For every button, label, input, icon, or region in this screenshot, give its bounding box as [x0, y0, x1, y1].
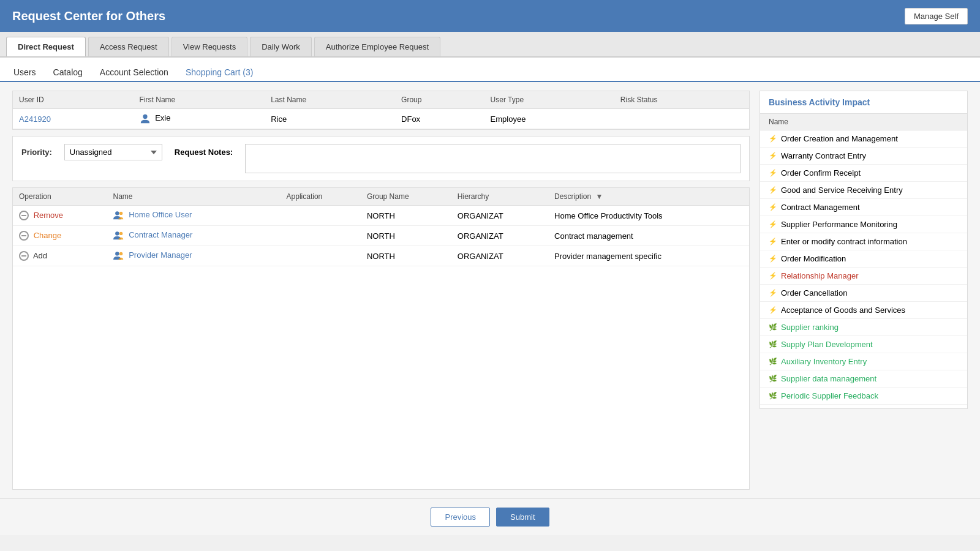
description-cell: Provider management specific — [548, 246, 749, 266]
role-link[interactable]: Provider Manager — [129, 250, 192, 260]
col-description: Description ▼ — [548, 188, 749, 206]
col-group: Group — [395, 91, 484, 109]
previous-button[interactable]: Previous — [431, 508, 490, 527]
app-title: Request Center for Others — [12, 9, 165, 23]
col-group-name: Group Name — [361, 188, 451, 206]
bai-item-label: Order Confirm Receipt — [781, 168, 861, 178]
operations-table: Operation Name Application Group Name Hi… — [12, 187, 750, 490]
first-name-cell: Exie — [134, 109, 265, 129]
request-notes-label: Request Notes: — [175, 144, 233, 157]
minus-circle-icon — [19, 211, 29, 220]
group-name-cell: NORTH — [361, 226, 451, 246]
list-item[interactable]: ⚡Order Creation and Management — [760, 130, 967, 148]
tab-view-requests[interactable]: View Requests — [172, 37, 247, 56]
list-item[interactable]: 🌿Supplier ranking — [760, 319, 967, 336]
list-item[interactable]: ⚡Order Confirm Receipt — [760, 165, 967, 182]
list-item[interactable]: ⚡Order Cancellation — [760, 285, 967, 302]
list-item[interactable]: ⚡Contract Management — [760, 199, 967, 216]
bai-item-label: Enter or modify contract information — [781, 237, 907, 246]
operation-cell: Remove — [13, 206, 107, 226]
role-icon — [113, 210, 124, 221]
app-header: Request Center for Others Manage Self — [0, 0, 980, 32]
svg-point-3 — [115, 231, 119, 235]
bai-item-label: Acceptance of Goods and Services — [781, 305, 905, 315]
description-cell: Contract management — [548, 226, 749, 246]
col-user-id: User ID — [13, 91, 134, 109]
list-item[interactable]: ⚡Order Modification — [760, 250, 967, 268]
col-hierarchy: Hierarchy — [451, 188, 548, 206]
role-cell: Provider Manager — [107, 246, 260, 266]
sub-tab-users[interactable]: Users — [12, 64, 37, 82]
bai-item-label: Supplier data management — [781, 374, 876, 383]
svg-point-5 — [115, 252, 119, 255]
list-item[interactable]: ⚡Warranty Contract Entry — [760, 148, 967, 165]
leaf-icon: ⚡ — [769, 272, 777, 280]
main-content: User ID First Name Last Name Group User … — [0, 82, 980, 498]
first-name-value: Exie — [155, 113, 170, 122]
add-link[interactable]: Add — [33, 251, 47, 260]
list-item[interactable]: ⚡Good and Service Receiving Entry — [760, 182, 967, 199]
list-item[interactable]: 🌿Supply Plan Development — [760, 336, 967, 353]
list-item[interactable]: 🌿Auxiliary Inventory Entry — [760, 353, 967, 370]
bai-item-label: Good and Service Receiving Entry — [781, 186, 903, 195]
leaf-icon: ⚡ — [769, 186, 777, 194]
main-tabs: Direct Request Access Request View Reque… — [0, 32, 980, 58]
col-application: Application — [281, 188, 361, 206]
remove-link[interactable]: Remove — [34, 211, 63, 220]
role-link[interactable]: Home Office User — [129, 210, 192, 219]
svg-point-1 — [115, 211, 119, 215]
list-item[interactable]: ⚡Relationship Manager — [760, 268, 967, 285]
person-icon — [140, 113, 151, 124]
list-item[interactable]: ⚡Acceptance of Goods and Services — [760, 302, 967, 319]
leaf-icon: ⚡ — [769, 220, 777, 228]
bai-item-label: Supplier Performance Monitoring — [781, 220, 897, 229]
svg-point-4 — [119, 232, 122, 235]
leaf-icon: ⚡ — [769, 135, 777, 143]
app-cell — [281, 246, 361, 266]
list-item[interactable]: 🌿Periodic Supplier Feedback — [760, 388, 967, 405]
leaf-icon: 🌿 — [769, 340, 777, 348]
tab-direct-request[interactable]: Direct Request — [6, 37, 86, 56]
svg-point-0 — [143, 114, 147, 119]
submit-button[interactable]: Submit — [496, 508, 549, 527]
tab-access-request[interactable]: Access Request — [88, 37, 169, 56]
bai-item-label: Relationship Manager — [781, 271, 858, 280]
minus-circle-icon — [19, 231, 29, 241]
hierarchy-cell: ORGANIZAT — [451, 226, 548, 246]
bai-items-list: ⚡Order Creation and Management⚡Warranty … — [760, 130, 967, 405]
tab-authorize-employee[interactable]: Authorize Employee Request — [314, 37, 440, 56]
operation-cell: Change — [13, 226, 107, 246]
svg-point-6 — [119, 252, 122, 255]
table-row: A241920 Exie Rice DFox Employee — [13, 109, 749, 129]
role-icon — [113, 250, 124, 261]
col-user-type: User Type — [484, 91, 614, 109]
col-last-name: Last Name — [265, 91, 395, 109]
group-name-cell: NORTH — [361, 206, 451, 226]
sub-tab-catalog[interactable]: Catalog — [52, 64, 84, 82]
sub-tab-account-selection[interactable]: Account Selection — [99, 64, 170, 82]
business-activity-panel: Business Activity Impact Name ⚡Order Cre… — [760, 91, 968, 409]
leaf-icon: 🌿 — [769, 375, 777, 383]
sub-tab-shopping-cart[interactable]: Shopping Cart (3) — [184, 64, 255, 82]
change-link[interactable]: Change — [34, 231, 62, 240]
bai-item-label: Auxiliary Inventory Entry — [781, 357, 867, 366]
user-id-link[interactable]: A241920 — [19, 114, 51, 124]
manage-self-button[interactable]: Manage Self — [905, 8, 968, 24]
risk-status-cell — [614, 109, 749, 129]
hierarchy-cell: ORGANIZAT — [451, 246, 548, 266]
bai-item-label: Order Creation and Management — [781, 134, 898, 143]
sub-tabs: Users Catalog Account Selection Shopping… — [0, 58, 980, 82]
request-notes-input[interactable] — [245, 144, 741, 173]
bai-item-label: Supply Plan Development — [781, 340, 873, 349]
list-item[interactable]: ⚡Enter or modify contract information — [760, 233, 967, 250]
leaf-icon: ⚡ — [769, 306, 777, 314]
priority-select[interactable]: Unassigned Low Medium High — [64, 144, 162, 160]
list-item[interactable]: 🌿Supplier data management — [760, 370, 967, 388]
col-name: Name — [107, 188, 260, 206]
priority-label: Priority: — [21, 144, 52, 157]
description-cell: Home Office Productivity Tools — [548, 206, 749, 226]
list-item[interactable]: ⚡Supplier Performance Monitoring — [760, 216, 967, 233]
role-link[interactable]: Contract Manager — [129, 230, 192, 239]
tab-daily-work[interactable]: Daily Work — [250, 37, 312, 56]
role-icon — [113, 230, 124, 241]
